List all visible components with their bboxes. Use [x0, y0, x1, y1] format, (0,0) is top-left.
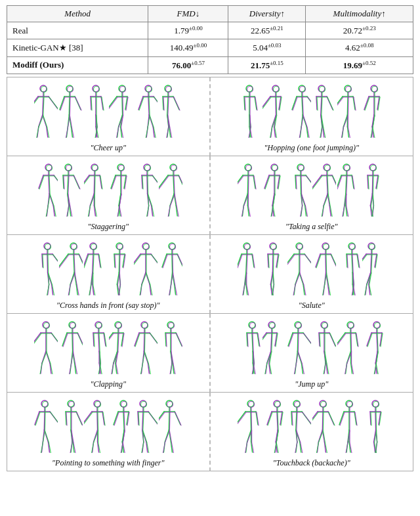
- svg-line-1079: [175, 412, 181, 425]
- svg-line-678: [316, 255, 321, 268]
- svg-line-963: [44, 412, 45, 430]
- svg-line-419: [306, 176, 311, 189]
- svg-line-1178: [340, 412, 345, 425]
- figure-8-3: [109, 397, 133, 456]
- svg-line-1038: [114, 412, 119, 425]
- figure-9-2: [287, 397, 311, 456]
- motion-label-2: "Staggering": [87, 222, 129, 232]
- svg-line-888: [288, 333, 293, 346]
- motion-label-3: "Taking a selfie": [285, 222, 338, 232]
- svg-line-999: [77, 412, 83, 425]
- svg-line-1028: [114, 412, 118, 425]
- svg-line-175: [303, 116, 307, 127]
- svg-line-574: [142, 273, 146, 285]
- svg-line-543: [119, 254, 119, 272]
- metrics-table: Method FMD↓ Diversity↑ Multimodality↑ Re…: [7, 5, 413, 74]
- motion-label-9: "Touchback (backache)": [273, 458, 350, 468]
- figure-4-1: [59, 240, 83, 298]
- motion-figures: [10, 81, 207, 140]
- svg-line-78: [109, 97, 117, 110]
- svg-line-279: [74, 176, 80, 189]
- svg-line-199: [327, 97, 333, 110]
- svg-line-409: [306, 175, 311, 188]
- svg-line-978: [35, 412, 40, 425]
- motion-cell-3: "Taking a selfie": [211, 156, 414, 235]
- svg-line-258: [39, 176, 44, 189]
- figure-7-4: [337, 318, 361, 377]
- svg-line-893: [298, 333, 299, 352]
- svg-line-1093: [251, 412, 252, 431]
- svg-line-735: [47, 352, 51, 364]
- svg-line-618: [238, 255, 242, 268]
- figure-5-5: [362, 240, 386, 298]
- row-0-div: 22.65±0.21: [228, 22, 306, 39]
- motion-figures: [213, 239, 411, 298]
- figure-3-3: [312, 161, 336, 219]
- svg-line-593: [173, 255, 173, 273]
- figure-1-4: [337, 82, 361, 140]
- svg-line-158: [262, 97, 271, 110]
- figure-6-4: [134, 318, 158, 377]
- figure-5-3: [312, 240, 336, 298]
- row-0-multi: 20.72±0.23: [306, 22, 413, 39]
- motion-grid: "Cheer up": [7, 77, 413, 471]
- motion-cell-7: "Jump up": [211, 314, 414, 393]
- svg-line-958: [368, 333, 372, 347]
- figure-0-0: [34, 82, 58, 140]
- svg-line-348: [159, 175, 168, 188]
- motion-figures: [213, 160, 411, 219]
- figure-1-2: [287, 82, 311, 140]
- figure-7-5: [362, 318, 386, 377]
- svg-line-673: [326, 255, 327, 273]
- svg-line-818: [135, 333, 140, 347]
- figure-0-5: [159, 82, 182, 140]
- figure-0-4: [134, 82, 158, 140]
- motion-cell-4: "Cross hands in front (say stop)": [7, 235, 211, 314]
- motion-label-1: "Hopping (one foot jumping)": [264, 143, 359, 153]
- motion-label-0: "Cheer up": [91, 143, 126, 153]
- figure-7-0: [238, 318, 261, 377]
- svg-line-1153: [323, 412, 324, 431]
- motion-label-4: "Cross hands in front (say stop)": [56, 301, 160, 311]
- svg-line-38: [60, 97, 65, 110]
- figure-0-2: [84, 82, 108, 140]
- figure-0-1: [59, 82, 83, 140]
- figure-6-0: [34, 318, 58, 377]
- row-2-div: 21.75±0.15: [228, 56, 306, 74]
- svg-line-238: [365, 97, 369, 110]
- figure-7-3: [312, 318, 336, 377]
- svg-line-463: [372, 175, 373, 194]
- svg-line-33: [70, 97, 70, 116]
- motion-cell-1: "Hopping (one foot jumping)": [211, 77, 414, 156]
- row-1-multi: 4.62±0.08: [306, 39, 413, 56]
- svg-line-1063: [169, 412, 169, 430]
- svg-line-919: [330, 333, 336, 347]
- svg-line-1143: [322, 412, 323, 430]
- svg-line-354: [170, 194, 175, 206]
- motion-figures: [213, 397, 411, 456]
- svg-line-153: [276, 97, 277, 116]
- svg-line-1159: [329, 412, 335, 425]
- svg-line-514: [70, 273, 75, 285]
- svg-line-363: [247, 175, 248, 194]
- svg-line-339: [153, 176, 158, 189]
- motion-label-8: "Pointing to something with finger": [52, 458, 164, 468]
- figure-2-4: [134, 161, 158, 219]
- svg-line-839: [177, 333, 182, 347]
- figure-4-3: [109, 240, 133, 298]
- figure-5-1: [262, 240, 286, 298]
- row-1-div: 5.04±0.03: [228, 39, 306, 56]
- svg-line-575: [146, 273, 150, 285]
- svg-line-883: [297, 333, 298, 351]
- svg-line-815: [144, 352, 148, 364]
- figure-4-2: [84, 240, 108, 298]
- row-2-multi: 19.69±0.52: [306, 56, 413, 74]
- figure-2-5: [159, 161, 182, 219]
- row-0-method: Real: [7, 22, 148, 39]
- figure-7-1: [262, 318, 286, 377]
- svg-line-899: [304, 333, 311, 347]
- svg-line-413: [301, 176, 302, 194]
- svg-line-308: [111, 175, 116, 188]
- svg-line-758: [63, 333, 68, 347]
- svg-line-329: [152, 175, 158, 188]
